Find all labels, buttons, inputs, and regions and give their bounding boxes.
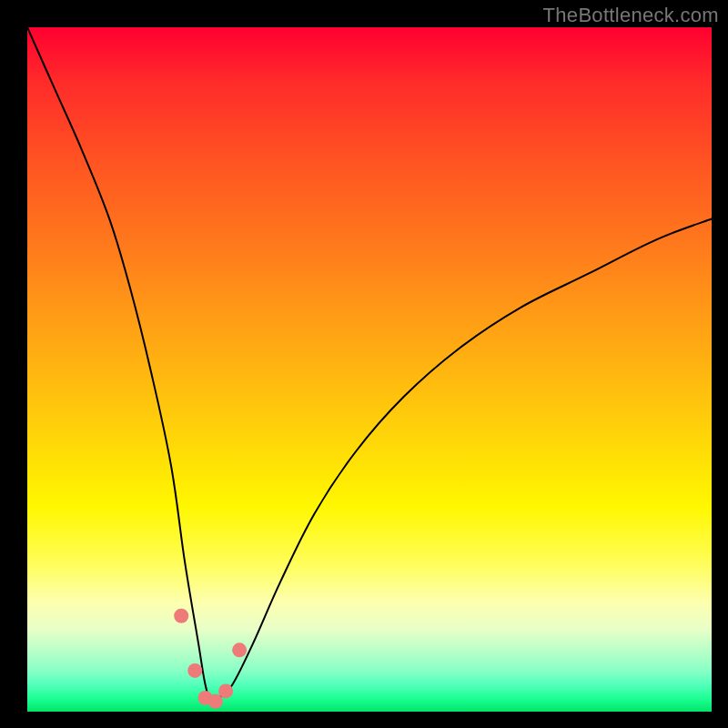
curve-marker <box>218 683 233 698</box>
marker-group <box>174 609 247 709</box>
curve-marker <box>187 663 202 678</box>
curve-marker <box>232 642 247 657</box>
chart-root: TheBottleneck.com <box>0 0 728 728</box>
curve-marker <box>174 609 188 623</box>
bottleneck-curve <box>27 27 712 705</box>
plot-area <box>27 27 712 712</box>
curve-marker <box>208 694 223 709</box>
watermark-text: TheBottleneck.com <box>543 4 719 27</box>
curve-svg <box>27 27 712 712</box>
